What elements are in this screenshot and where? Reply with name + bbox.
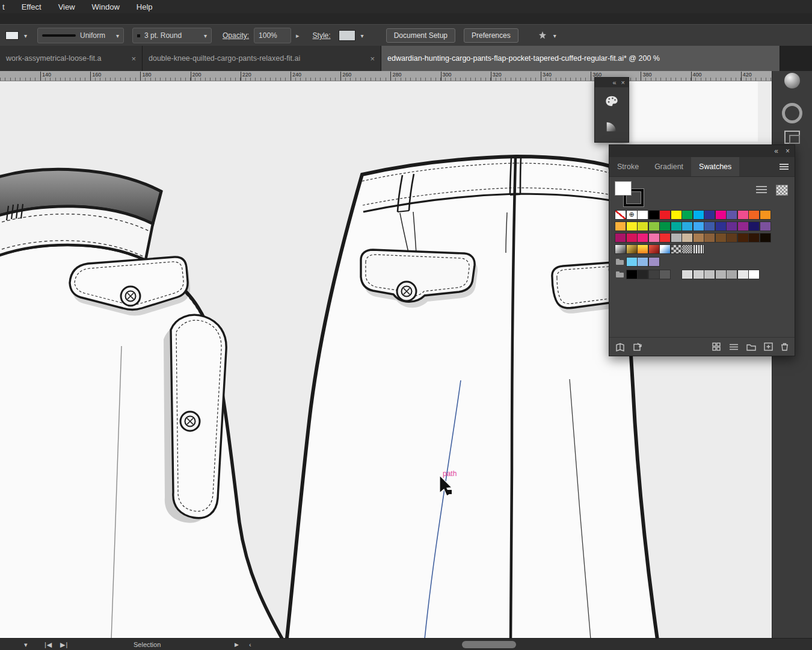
brush-dropdown[interactable]: 3 pt. Round ▾ xyxy=(132,28,212,43)
fill-stroke-proxy[interactable] xyxy=(615,182,643,206)
document-tab[interactable]: work-assymetrical-loose-fit.a× xyxy=(0,46,143,71)
swatch[interactable] xyxy=(682,211,692,219)
color-group-folder-icon[interactable] xyxy=(615,258,626,266)
swatch[interactable] xyxy=(671,234,681,242)
swatch-grad-red[interactable] xyxy=(649,245,659,253)
swatch[interactable] xyxy=(727,234,737,242)
menu-item-effect[interactable]: Effect xyxy=(22,2,42,11)
swatch[interactable] xyxy=(694,211,704,219)
swatch[interactable] xyxy=(627,222,637,231)
swatch[interactable] xyxy=(615,234,626,242)
swatch[interactable] xyxy=(738,222,748,231)
swatch-kinds-icon[interactable] xyxy=(712,342,721,351)
panel-menu-icon[interactable] xyxy=(780,164,789,170)
swatch[interactable] xyxy=(615,222,626,231)
fill-color-control[interactable]: ▾ xyxy=(1,28,31,43)
fill-swatch[interactable] xyxy=(615,182,631,195)
swatch-registration-icon[interactable]: ⊕ xyxy=(627,211,637,219)
color-panel-icon[interactable] xyxy=(600,90,624,113)
swatch[interactable] xyxy=(638,270,648,279)
swatch[interactable] xyxy=(649,222,659,231)
swatch[interactable] xyxy=(704,270,715,279)
tab-close-icon[interactable]: × xyxy=(370,54,375,63)
swatch[interactable] xyxy=(760,211,770,219)
swatch[interactable] xyxy=(627,270,637,279)
swatch[interactable] xyxy=(738,270,748,279)
chevron-down-icon[interactable]: ▾ xyxy=(24,639,28,650)
list-view-icon[interactable] xyxy=(756,186,767,194)
swatch-grad-blue[interactable] xyxy=(660,245,670,253)
swatch[interactable] xyxy=(694,270,704,279)
button-icon[interactable] xyxy=(397,282,416,301)
fill-color-swatch[interactable] xyxy=(5,31,19,40)
document-tab[interactable]: edwardian-hunting-cargo-pants-flap-pocke… xyxy=(381,46,780,71)
panel-tab-swatches[interactable]: Swatches xyxy=(691,157,739,176)
swatch[interactable] xyxy=(760,234,770,242)
swatch[interactable] xyxy=(682,234,692,242)
swatch[interactable] xyxy=(738,211,748,219)
document-setup-button[interactable]: Document Setup xyxy=(386,28,455,43)
swatch[interactable] xyxy=(649,234,659,242)
swatch[interactable] xyxy=(671,222,681,231)
swatch-themes-icon[interactable] xyxy=(633,342,642,351)
collapse-panel-icon[interactable]: « xyxy=(774,147,778,155)
swatch[interactable] xyxy=(749,270,759,279)
swatch-grad-gold[interactable] xyxy=(627,245,637,253)
swatch-pattern-checker[interactable] xyxy=(671,245,681,253)
swatch[interactable] xyxy=(682,222,692,231)
color-group-folder-icon[interactable] xyxy=(615,270,626,279)
swatch[interactable] xyxy=(716,222,726,231)
swatch[interactable] xyxy=(749,234,759,242)
button-icon[interactable] xyxy=(180,412,200,431)
grid-view-icon[interactable] xyxy=(777,185,787,195)
new-swatch-icon[interactable] xyxy=(764,342,773,351)
menu-item-help[interactable]: Help xyxy=(137,2,153,11)
swatch[interactable] xyxy=(649,270,659,279)
swatch-pattern-noise[interactable] xyxy=(682,245,692,253)
swatch-none[interactable] xyxy=(615,211,626,219)
tab-close-icon[interactable]: × xyxy=(131,54,136,63)
scroll-left-icon[interactable]: ‹ xyxy=(249,639,251,650)
button-icon[interactable] xyxy=(121,286,140,306)
delete-swatch-icon[interactable] xyxy=(781,342,789,351)
menu-item-view[interactable]: View xyxy=(58,2,75,11)
new-color-group-icon[interactable] xyxy=(746,343,756,351)
panel-tab-stroke[interactable]: Stroke xyxy=(609,157,647,176)
chevron-right-icon[interactable]: ▸ xyxy=(296,32,300,40)
swatch[interactable] xyxy=(660,234,670,242)
style-dropdown[interactable]: ▾ xyxy=(334,28,368,43)
swatch[interactable] xyxy=(704,211,715,219)
swatch[interactable] xyxy=(694,234,704,242)
preferences-button[interactable]: Preferences xyxy=(464,28,518,43)
swatch[interactable] xyxy=(716,211,726,219)
menu-item-window[interactable]: Window xyxy=(92,2,120,11)
horizontal-ruler[interactable]: 1401601802002202402602803003203403603804… xyxy=(0,71,772,81)
swatch[interactable] xyxy=(704,234,715,242)
swatch-pattern-stripes[interactable] xyxy=(694,245,704,253)
swatch[interactable] xyxy=(727,222,737,231)
swatch-grad-orange[interactable] xyxy=(638,245,648,253)
style-label[interactable]: Style: xyxy=(313,31,331,40)
swatch[interactable] xyxy=(716,270,726,279)
swatch[interactable] xyxy=(716,234,726,242)
swatch-libraries-icon[interactable] xyxy=(615,342,625,351)
swatch[interactable] xyxy=(649,258,659,266)
swatch[interactable] xyxy=(638,211,648,219)
swatch[interactable] xyxy=(682,270,692,279)
swatch[interactable] xyxy=(649,211,659,219)
swatch[interactable] xyxy=(704,222,715,231)
opacity-label[interactable]: Opacity: xyxy=(223,31,249,40)
color-ring-icon[interactable] xyxy=(780,101,804,125)
gradient-panel-icon[interactable] xyxy=(600,115,624,138)
swatch-options-icon[interactable] xyxy=(729,343,739,351)
swatch[interactable] xyxy=(660,270,670,279)
swatch[interactable] xyxy=(671,211,681,219)
stroke-style-dropdown[interactable]: Uniform ▾ xyxy=(37,28,124,43)
swatch[interactable] xyxy=(638,234,648,242)
collapse-panel-icon[interactable]: « xyxy=(612,79,616,86)
opacity-input[interactable]: 100% xyxy=(254,28,291,43)
swatch[interactable] xyxy=(694,222,704,231)
horizontal-scrollbar-thumb[interactable] xyxy=(462,641,516,648)
swatch[interactable] xyxy=(727,270,737,279)
first-artboard-icon[interactable]: |◀ xyxy=(45,639,52,650)
